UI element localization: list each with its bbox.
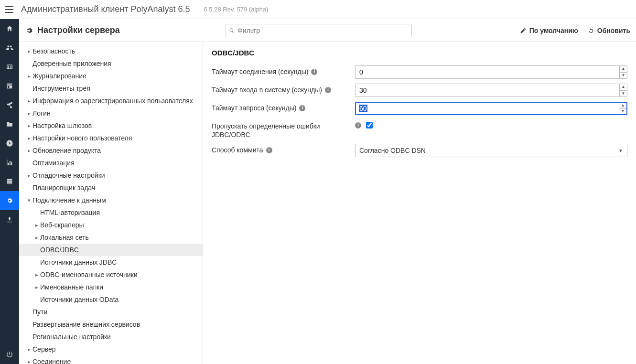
- tree-item-label: Подключение к данным: [32, 196, 106, 204]
- login-timeout-input[interactable]: ▲▼: [355, 84, 627, 97]
- gears-nav[interactable]: [0, 191, 19, 210]
- tree-item[interactable]: Пути: [19, 306, 203, 318]
- default-button[interactable]: По умолчанию: [520, 27, 578, 34]
- tree-item[interactable]: ▸ODBC-именованные источники: [19, 268, 203, 281]
- tree-item[interactable]: ▸Соединение: [19, 355, 203, 364]
- tree-item[interactable]: Планировщик задач: [19, 182, 203, 194]
- tree-item-label: HTML-авторизация: [40, 209, 100, 216]
- tree-item[interactable]: ▸Именованные папки: [19, 281, 203, 293]
- app-title: Административный клиент PolyAnalyst 6.5: [21, 4, 190, 14]
- app-version: 6.5.28 Rev. 579 (alpha): [198, 6, 269, 13]
- tree-item[interactable]: ▾Подключение к данным: [19, 194, 203, 206]
- tree-item[interactable]: Развертывание внешних сервисов: [19, 318, 203, 331]
- spin-up[interactable]: ▲: [619, 103, 626, 109]
- spin-down[interactable]: ▼: [619, 109, 626, 115]
- tree-toggle-icon[interactable]: ▸: [26, 48, 32, 54]
- pen-icon: [520, 27, 527, 34]
- tree-toggle-icon[interactable]: ▸: [26, 346, 32, 353]
- chevron-down-icon: ▼: [618, 148, 623, 153]
- tree-item[interactable]: ▸Сервер: [19, 343, 203, 355]
- tree-item[interactable]: HTML-авторизация: [19, 206, 203, 219]
- tree-item[interactable]: ▸Информация о зарегистрированных пользов…: [19, 95, 203, 107]
- folder-icon: [6, 120, 13, 128]
- tree-toggle-icon[interactable]: ▸: [33, 222, 40, 228]
- tree-toggle-icon[interactable]: ▸: [26, 98, 32, 104]
- conn-timeout-input[interactable]: ▲▼: [355, 65, 627, 79]
- tree-item-label: Логин: [32, 109, 51, 117]
- spin-down[interactable]: ▼: [620, 91, 627, 97]
- tree-item[interactable]: Региональные настройки: [19, 331, 203, 343]
- filter-input-wrap[interactable]: [226, 24, 412, 37]
- tree-item-label: Доверенные приложения: [32, 60, 111, 67]
- commit-mode-select[interactable]: Согласно ODBC DSN ▼: [355, 144, 627, 157]
- hamburger-menu[interactable]: [4, 4, 15, 15]
- tree-item-label: Инструменты трея: [32, 85, 90, 92]
- tree-item[interactable]: Инструменты трея: [19, 82, 203, 95]
- gears-icon: [6, 197, 13, 204]
- power-nav[interactable]: [0, 345, 19, 364]
- search-icon: [229, 28, 235, 33]
- tree-item[interactable]: ▸Логин: [19, 107, 203, 119]
- tree-toggle-icon[interactable]: ▸: [33, 284, 40, 290]
- tree-item[interactable]: Доверенные приложения: [19, 57, 203, 70]
- info-icon[interactable]: i: [325, 87, 331, 93]
- tree-item-label: Безопасность: [32, 47, 75, 55]
- tree-item[interactable]: ODBC/JDBC: [19, 244, 203, 256]
- tree-toggle-icon[interactable]: ▸: [33, 235, 40, 241]
- tree-item[interactable]: Источники данных OData: [19, 293, 203, 306]
- spin-up[interactable]: ▲: [620, 84, 627, 91]
- tree-item-label: Локальная сеть: [40, 234, 89, 241]
- upload-icon: [6, 216, 13, 224]
- home-nav[interactable]: [0, 19, 19, 38]
- tree-item[interactable]: ▸Веб-скраперы: [19, 219, 203, 231]
- gears-icon: [25, 26, 33, 35]
- folder-nav[interactable]: [0, 115, 19, 134]
- skip-errors-label: Пропускать определенные ошибки JDBC/ODBC: [212, 120, 355, 139]
- tree-item-label: ODBC/JDBC: [40, 246, 79, 254]
- tree-item[interactable]: ▸Обновление продукта: [19, 144, 203, 157]
- tree-toggle-icon[interactable]: ▸: [26, 359, 32, 364]
- tree-toggle-icon[interactable]: ▸: [26, 123, 32, 129]
- tree-item[interactable]: ▸Безопасность: [19, 45, 203, 57]
- topbar: Административный клиент PolyAnalyst 6.5 …: [0, 0, 636, 19]
- upload-nav[interactable]: [0, 210, 19, 229]
- tree-toggle-icon[interactable]: ▸: [26, 148, 32, 154]
- tree-item-label: Источники данных JDBC: [40, 258, 117, 266]
- tree-toggle-icon[interactable]: ▸: [26, 172, 32, 179]
- tree-item-label: Настройка шлюзов: [32, 122, 92, 129]
- query-timeout-value[interactable]: 60: [356, 103, 619, 114]
- info-icon[interactable]: i: [299, 105, 305, 111]
- skip-errors-checkbox[interactable]: [366, 122, 373, 128]
- query-timeout-label: Таймаут запроса (секунды) i: [212, 102, 355, 112]
- users-nav[interactable]: [0, 38, 19, 57]
- card-nav[interactable]: [0, 76, 19, 96]
- tree-toggle-icon[interactable]: ▸: [33, 272, 40, 278]
- tree-item-label: Настройки нового пользователя: [32, 134, 132, 142]
- query-timeout-input[interactable]: 60 ▲▼: [355, 102, 627, 115]
- tree-item[interactable]: ▸Журналирование: [19, 70, 203, 82]
- tree-toggle-icon[interactable]: ▸: [26, 135, 32, 141]
- tree-item[interactable]: ▸Отладочные настройки: [19, 169, 203, 182]
- filter-input[interactable]: [237, 27, 409, 34]
- tree-item[interactable]: ▸Настройка шлюзов: [19, 119, 203, 132]
- refresh-button[interactable]: Обновить: [588, 27, 630, 34]
- share-nav[interactable]: [0, 96, 19, 115]
- clock-icon: [6, 139, 13, 147]
- tree-item[interactable]: ▸Локальная сеть: [19, 231, 203, 244]
- tree-item[interactable]: Источники данных JDBC: [19, 256, 203, 268]
- power-icon: [6, 351, 13, 358]
- tree-toggle-icon[interactable]: ▸: [26, 73, 32, 79]
- tree-toggle-icon[interactable]: ▾: [26, 197, 32, 203]
- tree-toggle-icon[interactable]: ▸: [26, 110, 32, 117]
- tree-item[interactable]: ▸Настройки нового пользователя: [19, 132, 203, 144]
- clock-nav[interactable]: [0, 134, 19, 153]
- spin-down[interactable]: ▼: [620, 73, 627, 79]
- tree-item[interactable]: Оптимизация: [19, 157, 203, 169]
- info-icon[interactable]: i: [355, 122, 361, 128]
- info-icon[interactable]: i: [311, 69, 317, 75]
- id-nav[interactable]: [0, 57, 19, 76]
- spin-up[interactable]: ▲: [620, 66, 627, 73]
- server-nav[interactable]: [0, 172, 19, 191]
- chart-nav[interactable]: [0, 153, 19, 172]
- info-icon[interactable]: i: [266, 147, 272, 153]
